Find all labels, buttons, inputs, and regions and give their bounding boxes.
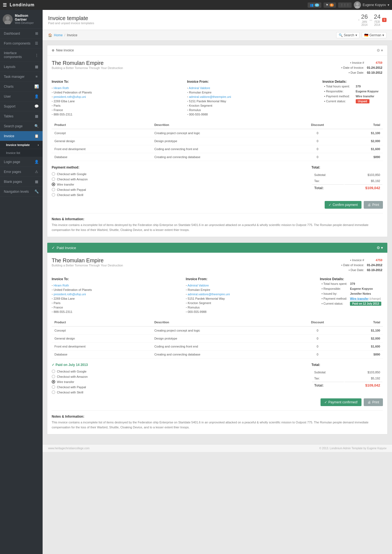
sidebar-label-support: Support bbox=[4, 104, 34, 108]
payment-change-link[interactable]: (change) bbox=[369, 297, 381, 300]
payment-method-label: Wire transfer bbox=[57, 183, 74, 186]
from-city: Romulus bbox=[187, 108, 314, 112]
payment-method-option[interactable]: Wire transfer bbox=[52, 380, 88, 384]
sidebar-label-task-manager: Task manager bbox=[4, 75, 34, 79]
company-name: The Romulan Empire bbox=[52, 60, 123, 66]
payment-confirmed-button[interactable]: ✓ Payment confirmed! bbox=[321, 398, 362, 406]
date-to-year: 2014 bbox=[374, 23, 380, 26]
to-email-link-paid[interactable]: president.roth@ufop.uni bbox=[54, 293, 86, 296]
to-address: 2269 Elba Lane bbox=[52, 99, 179, 103]
payment-confirmed-label: ✓ Paid on July 14 2013 bbox=[52, 363, 88, 367]
issued-by-paid: Jennifer Notes bbox=[349, 291, 382, 296]
product-total: $1,100 bbox=[343, 129, 383, 137]
totals-box: Subtotal: $103,850 Tax: $5,192 Total: bbox=[311, 172, 383, 192]
payment-method-option[interactable]: Checkout with Google bbox=[52, 370, 88, 373]
topbar-grid-btn[interactable]: ⋮⋮⋮ bbox=[338, 2, 352, 8]
from-email-link[interactable]: admiral.valdore@theempire.uni bbox=[189, 95, 231, 98]
to-contact-link[interactable]: Hiram Roth bbox=[54, 86, 69, 90]
page-title: Invoice template bbox=[48, 15, 94, 21]
topbar-user[interactable]: Eugene Kopyov ▾ bbox=[354, 1, 389, 9]
to-email-link[interactable]: president.roth@ufop.uni bbox=[54, 95, 86, 98]
sidebar-item-login-page[interactable]: Login page 👤 bbox=[0, 157, 43, 167]
payment-method-option[interactable]: Checkout with Skrill bbox=[52, 193, 88, 197]
topbar-flag-btn[interactable]: ⚑ 6 bbox=[324, 2, 336, 8]
responsible: Eugene Kopyov bbox=[355, 89, 382, 93]
invoice2-settings-button[interactable]: ⚙ ▾ bbox=[377, 246, 383, 250]
subtotal-label-paid: Subtotal: bbox=[312, 370, 344, 375]
sidebar-sub-item-invoice-template[interactable]: Invoice template › bbox=[0, 141, 43, 149]
sidebar-item-charts[interactable]: Charts 📊 bbox=[0, 82, 43, 92]
invoice-to-list: Hiram Roth United Federation of Planets … bbox=[52, 86, 179, 117]
menu-hamburger-icon[interactable]: ☰ bbox=[3, 2, 7, 8]
invoice1-settings-button[interactable]: ⚙ ▾ bbox=[377, 48, 383, 53]
sidebar-label-interface-components: Interface components bbox=[4, 51, 34, 59]
sidebar-item-blank-pages[interactable]: Blank pages ▦ bbox=[0, 177, 43, 187]
invoice-actions: ✓ Confirm payment 🖨 Print bbox=[52, 201, 383, 209]
sidebar-item-tables[interactable]: Tables ▦ bbox=[0, 111, 43, 121]
invoice-products-table-paid: Product Descrition Discount Total Concep… bbox=[52, 318, 383, 359]
date-to-day: 24 bbox=[374, 13, 380, 20]
payment-method-label: Checkout with Google bbox=[57, 370, 87, 373]
sidebar-sub-item-invoice-list[interactable]: Invoice list bbox=[0, 149, 43, 157]
sidebar-item-form-components[interactable]: Form components ☰ bbox=[0, 38, 43, 48]
print-button[interactable]: 🖨 Print bbox=[364, 201, 383, 209]
payment-method-option[interactable]: Checkout with Amazon bbox=[52, 177, 88, 181]
tax-label: Tax: bbox=[312, 178, 344, 184]
payment-method-option[interactable]: Wire transfer bbox=[52, 183, 88, 186]
product-discount: 0 bbox=[292, 326, 343, 335]
sidebar-item-task-manager[interactable]: Task manager ≡ bbox=[0, 72, 43, 82]
sidebar-item-user[interactable]: User 👤 bbox=[0, 92, 43, 101]
language-button[interactable]: 🇩🇪 German ▾ bbox=[362, 32, 387, 38]
to-contact-link-paid[interactable]: Hiram Roth bbox=[54, 284, 69, 287]
payment-method-option[interactable]: Checkout with Skrill bbox=[52, 390, 88, 394]
sidebar-item-navigation-levels[interactable]: Navigation levels 🔧 bbox=[0, 187, 43, 197]
dashboard-icon: ⊞ bbox=[34, 31, 39, 35]
payment-method-option[interactable]: Checkout with Paypal bbox=[52, 188, 88, 191]
main-content: Invoice template Paid and unpaid invoice… bbox=[43, 10, 392, 554]
sidebar-item-support[interactable]: Support 💬 bbox=[0, 101, 43, 111]
payment-totals-section-paid: ✓ Paid on July 14 2013 Checkout with Goo… bbox=[52, 363, 383, 396]
product-desc: Creating and connecting database bbox=[151, 153, 292, 161]
payment-confirmed-text: Paid on July 14 2013 bbox=[56, 363, 88, 367]
invoice-due-date-paid: 02-10-2012 bbox=[367, 268, 382, 272]
payment-method-label: Checkout with Skrill bbox=[57, 193, 83, 197]
sidebar-item-dashboard[interactable]: Dashboard ⊞ bbox=[0, 29, 43, 38]
date-from-day: 26 bbox=[361, 13, 368, 20]
total-label-paid: Total: bbox=[312, 382, 344, 388]
topbar-people-btn[interactable]: 👥 2 bbox=[308, 2, 321, 8]
payment-method-option[interactable]: Checkout with Google bbox=[52, 172, 88, 176]
topbar: ☰ Londinium 👥 2 ⚑ 6 ⋮⋮⋮ Eugene Kopyov ▾ bbox=[0, 0, 392, 10]
sidebar-item-invoice[interactable]: Invoice 📋 bbox=[0, 131, 43, 141]
subtotal-value: $103,850 bbox=[344, 172, 382, 178]
from-contact-link[interactable]: Admiral Valdore bbox=[189, 86, 210, 90]
footer: www.heritagechristiancollege.com © 2013.… bbox=[43, 444, 392, 452]
new-invoice-button[interactable]: ⊕ New invoice bbox=[52, 48, 74, 52]
payment-method-option[interactable]: Checkout with Paypal bbox=[52, 385, 88, 389]
from-email-link-paid[interactable]: admiral.valdore@theempire.uni bbox=[188, 293, 230, 296]
sidebar-item-search-page[interactable]: Search page 🔍 bbox=[0, 121, 43, 131]
sidebar-label-search-page: Search page bbox=[4, 124, 34, 128]
tax-label-paid: Tax: bbox=[312, 376, 344, 381]
nav-icon: 🔧 bbox=[34, 189, 39, 194]
sidebar-item-error-pages[interactable]: Error pages ⚠ bbox=[0, 167, 43, 177]
confirm-payment-button[interactable]: ✓ Confirm payment bbox=[325, 201, 361, 209]
from-contact-link-paid[interactable]: Admiral Valdore bbox=[187, 284, 209, 287]
svg-point-1 bbox=[355, 6, 360, 9]
invoice-card-unpaid: ⊕ New invoice ⚙ ▾ The Romulan Empire Bui… bbox=[47, 45, 388, 237]
print-icon-paid: 🖨 bbox=[368, 400, 371, 404]
product-total: $1,600 bbox=[343, 343, 383, 351]
search-chevron-icon: ▾ bbox=[355, 33, 357, 37]
radio-circle-icon bbox=[52, 183, 55, 186]
company-tagline-paid: Building a Better Tomorrow Through Your … bbox=[52, 264, 123, 267]
payment-method-detail-paid[interactable]: Wire transfer bbox=[350, 297, 369, 300]
sidebar-item-interface-components[interactable]: Interface components ⋮ bbox=[0, 48, 43, 62]
sidebar-item-layouts[interactable]: Layouts ▦ bbox=[0, 62, 43, 72]
breadcrumb-home[interactable]: Home bbox=[54, 33, 63, 37]
interface-icon: ⋮ bbox=[34, 53, 39, 57]
payment-method-option[interactable]: Checkout with Amazon bbox=[52, 375, 88, 378]
search-button[interactable]: 🔍 Search ▾ bbox=[336, 32, 360, 38]
to-org-paid: United Federation of Planets bbox=[52, 288, 178, 292]
invoice-card-paid: ✓ Paid Invoice ⚙ ▾ The Romulan Empire Bu… bbox=[47, 242, 388, 434]
print-button-paid[interactable]: 🖨 Print bbox=[364, 398, 383, 406]
gear-chevron-icon: ▾ bbox=[381, 48, 383, 53]
